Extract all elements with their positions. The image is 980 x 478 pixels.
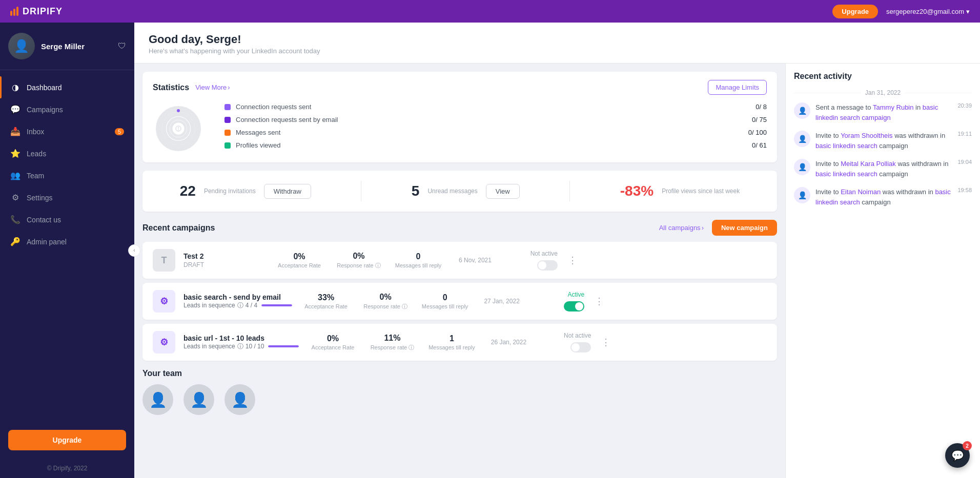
sidebar-item-campaigns[interactable]: 💬 Campaigns [0, 98, 134, 120]
stat-label: Profiles viewed [236, 141, 747, 149]
profile-views-label: Profile views since last week [662, 188, 740, 195]
campaign-menu-button[interactable]: ⋮ [593, 296, 606, 307]
campaign-toggle[interactable] [570, 342, 591, 352]
campaign-info: basic search - send by email Leads in se… [183, 293, 292, 310]
chevron-right-icon: › [228, 84, 230, 91]
all-campaigns-link[interactable]: All campaigns › [659, 224, 704, 232]
status-label: Not active [564, 332, 591, 339]
status-label: Not active [530, 250, 558, 257]
stat-value: 0/ 100 [748, 129, 767, 136]
sidebar-item-dashboard[interactable]: ◑ Dashboard [0, 76, 134, 98]
center-column: Statistics View More › Manage Limits [134, 64, 785, 478]
activity-avatar: 👤 [794, 102, 810, 119]
team-section: Your team 👤 👤 👤 [142, 369, 777, 415]
campaign-response: 11% Response rate ⓘ [366, 334, 418, 351]
main-layout: 👤 Serge Miller 🛡 ◑ Dashboard 💬 Campaigns… [0, 23, 980, 478]
campaign-acceptance: 33% Acceptance Rate [300, 293, 352, 309]
sidebar-item-admin-panel[interactable]: 🔑 Admin panel [0, 231, 134, 253]
inbox-badge: 5 [115, 128, 124, 135]
stat-label: Connection requests sent [236, 103, 750, 111]
sidebar-item-settings[interactable]: ⚙ Settings [0, 186, 134, 209]
sidebar-upgrade-button[interactable]: Upgrade [8, 430, 126, 450]
chat-badge: 2 [963, 441, 972, 450]
sidebar-item-label: Team [27, 172, 44, 180]
metric-divider [361, 181, 361, 201]
sidebar-nav: ◑ Dashboard 💬 Campaigns 📥 Inbox 5 ⭐ Lead… [0, 70, 134, 422]
activity-link[interactable]: Meital Kara Polliak [841, 160, 896, 168]
new-campaign-button[interactable]: New campaign [712, 220, 777, 236]
status-label: Active [567, 291, 584, 298]
stat-item: Connection requests sent 0/ 8 [224, 103, 767, 111]
activity-link[interactable]: Tammy Rubin [873, 103, 913, 111]
team-avatar: 👤 [142, 384, 173, 415]
view-more-link[interactable]: View More › [195, 84, 230, 91]
campaign-toggle[interactable] [537, 260, 558, 271]
user-email-menu[interactable]: sergeperez20@gmail.com ▾ [886, 8, 970, 15]
withdraw-button[interactable]: Withdraw [264, 184, 311, 199]
info-icon: ⓘ [237, 342, 243, 351]
sidebar-item-label: Inbox [27, 128, 44, 136]
stats-items: Connection requests sent 0/ 8 Connection… [224, 103, 767, 154]
activity-link[interactable]: Eitan Noiman [841, 188, 881, 196]
toggle-knob [575, 302, 583, 310]
campaign-type: Leads in sequence [183, 302, 235, 309]
sidebar-item-leads[interactable]: ⭐ Leads [0, 142, 134, 164]
svg-text:⋮: ⋮ [176, 126, 180, 131]
admin-icon: 🔑 [10, 237, 21, 246]
main-body: Statistics View More › Manage Limits [134, 64, 980, 478]
campaign-menu-button[interactable]: ⋮ [566, 255, 579, 266]
campaign-messages: 0 Messages till reply [393, 252, 444, 268]
leads-icon: ⭐ [10, 149, 21, 158]
sidebar-item-inbox[interactable]: 📥 Inbox 5 [0, 120, 134, 142]
page-subtitle: Here's what's happening with your Linked… [149, 47, 966, 55]
activity-text: Invite to Eitan Noiman was withdrawn in … [815, 187, 952, 207]
activity-item: 👤 Invite to Meital Kara Polliak was with… [794, 159, 972, 179]
activity-time: 19:58 [957, 187, 972, 193]
campaign-status: Active [533, 291, 584, 311]
stat-value: 0/ 8 [756, 103, 767, 111]
activity-link[interactable]: basic linkedin search [815, 142, 877, 150]
campaign-icon: T [153, 249, 175, 272]
top-nav-right: Upgrade sergeperez20@gmail.com ▾ [832, 5, 970, 18]
campaign-card: T Test 2 DRAFT 0% Acceptance Rate 0% Res… [142, 242, 777, 279]
activity-item: 👤 Invite to Yoram Shooltheis was withdra… [794, 131, 972, 151]
stat-dot-messages [224, 130, 231, 136]
leads-count: 4 / 4 [246, 302, 257, 309]
sidebar: 👤 Serge Miller 🛡 ◑ Dashboard 💬 Campaigns… [0, 23, 134, 478]
dashboard-icon: ◑ [10, 82, 21, 92]
view-button[interactable]: View [486, 184, 520, 199]
campaign-info: Test 2 DRAFT [183, 252, 266, 268]
progress-bar [261, 304, 292, 306]
unread-count: 5 [412, 183, 420, 199]
activity-link[interactable]: Yoram Shooltheis [841, 132, 892, 139]
campaign-info: basic url - 1st - 10 leads Leads in sequ… [183, 334, 299, 351]
campaign-card: ⚙ basic search - send by email Leads in … [142, 283, 777, 320]
activity-item: 👤 Sent a message to Tammy Rubin in basic… [794, 102, 972, 122]
inbox-icon: 📥 [10, 127, 21, 136]
sidebar-item-team[interactable]: 👥 Team [0, 164, 134, 186]
upgrade-button[interactable]: Upgrade [832, 5, 878, 18]
sidebar-collapse-button[interactable]: ‹ [128, 244, 140, 257]
logo-text: DRIPIFY [23, 6, 63, 17]
stat-label: Connection requests sent by email [236, 116, 747, 123]
chat-button[interactable]: 💬 2 [945, 443, 970, 468]
team-avatar: 👤 [183, 384, 214, 415]
metric-divider [569, 181, 570, 201]
campaign-date: 27 Jan, 2022 [479, 298, 525, 305]
campaign-toggle[interactable] [564, 301, 584, 311]
profile-views-value: -83% [620, 183, 654, 199]
metric-profile-views: -83% Profile views since last week [620, 183, 740, 199]
sidebar-item-label: Leads [27, 150, 46, 158]
campaign-name: basic search - send by email [183, 293, 292, 301]
activity-title: Recent activity [794, 72, 972, 81]
progress-fill [268, 345, 299, 347]
main-content: Good day, Serge! Here's what's happening… [134, 23, 980, 478]
manage-limits-button[interactable]: Manage Limits [708, 80, 767, 95]
unread-label: Unread messages [427, 188, 477, 195]
campaign-menu-button[interactable]: ⋮ [599, 337, 612, 348]
campaign-name: Test 2 [183, 252, 266, 260]
sidebar-item-contact-us[interactable]: 📞 Contact us [0, 209, 134, 231]
activity-link[interactable]: basic linkedin search [815, 170, 877, 178]
activity-avatar: 👤 [794, 131, 810, 147]
info-icon: ⓘ [237, 301, 243, 310]
